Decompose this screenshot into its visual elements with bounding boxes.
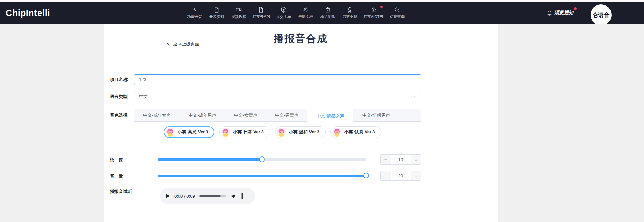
voice-option-daily[interactable]: 小英-日常 Ver.3 xyxy=(219,126,270,138)
app-screen: ChipIntelli 功能开发 开发资料 视频教程 启英云API 提交工单 xyxy=(0,0,644,222)
volume-slider[interactable] xyxy=(158,175,366,177)
voice-option-name: 小英-日常 Ver.3 xyxy=(233,129,263,135)
message-notification[interactable]: 消息通知 xyxy=(547,2,573,24)
nav-item-aiot-cloud[interactable]: 启英AIOT云 xyxy=(364,6,384,19)
girl-avatar-icon xyxy=(332,128,341,137)
voice-option-name: 小英-温和 Ver.3 xyxy=(289,129,319,135)
volume-slider-handle[interactable] xyxy=(363,173,369,178)
nav-item-dev-docs[interactable]: 开发资料 xyxy=(209,6,225,19)
tab-emotional-male[interactable]: 中文-情感男声 xyxy=(353,109,399,121)
preview-label: 播报音试听 xyxy=(110,189,147,195)
audio-player: 0:00 / 0:09 xyxy=(160,188,255,204)
nav-item-label: 启英云API xyxy=(253,14,270,19)
cube-icon xyxy=(280,6,287,13)
shopping-bag-icon xyxy=(324,6,331,13)
volume-value[interactable]: 20 xyxy=(391,171,411,180)
voice-tabs: 中文-成年女声 中文-成年男声 中文-女童声 中文-男童声 中文-情感女声 中文… xyxy=(134,109,421,147)
project-name-input[interactable] xyxy=(134,74,421,84)
nav-menu: 功能开发 开发资料 视频教程 启英云API 提交工单 帮助文档 xyxy=(187,2,405,24)
page-title: 播报音合成 xyxy=(104,32,498,46)
audio-progress-fill xyxy=(199,195,220,197)
girl-avatar-icon xyxy=(166,128,175,137)
brand-logo[interactable]: ChipIntelli xyxy=(6,8,50,18)
bell-icon xyxy=(547,10,552,16)
api-document-icon xyxy=(258,6,264,13)
voice-option-row: 小英-高兴 Ver.3 小英-日常 Ver.3 小英-温和 Ver.3 xyxy=(164,126,381,138)
speed-slider[interactable] xyxy=(158,158,366,161)
nav-item-help-docs[interactable]: 帮助文档 xyxy=(298,6,314,19)
voice-option-name: 小英-高兴 Ver.3 xyxy=(178,129,208,135)
chevron-down-icon xyxy=(413,94,418,99)
tab-adult-female[interactable]: 中文-成年女声 xyxy=(134,109,180,121)
notification-dot xyxy=(380,6,383,8)
volume-decrease-button[interactable]: − xyxy=(381,171,391,180)
girl-avatar-icon xyxy=(277,128,286,137)
volume-stepper: − 20 + xyxy=(380,171,421,181)
content-card: ↖ 返回上级页面 播报音合成 项目名称 语言类型 音色选择 语 速 音 量 播报… xyxy=(104,24,498,222)
tab-adult-male[interactable]: 中文-成年男声 xyxy=(180,109,225,121)
top-navbar: ChipIntelli 功能开发 开发资料 视频教程 启英云API 提交工单 xyxy=(0,2,644,24)
voice-tab-header: 中文-成年女声 中文-成年男声 中文-女童声 中文-男童声 中文-情感女声 中文… xyxy=(134,109,421,122)
language-select[interactable]: 中文 xyxy=(134,92,421,101)
voice-tab-panel: 小英-高兴 Ver.3 小英-日常 Ver.3 小英-温和 Ver.3 xyxy=(134,122,421,147)
play-icon[interactable] xyxy=(166,194,170,198)
tab-boy-voice[interactable]: 中文-男童声 xyxy=(266,109,307,121)
speed-slider-fill xyxy=(158,158,262,161)
nav-item-info-query[interactable]: 信息查询 xyxy=(389,6,405,19)
audio-progress-bar[interactable] xyxy=(199,195,226,197)
girl-avatar-icon xyxy=(221,128,230,137)
language-select-value: 中文 xyxy=(139,94,148,100)
speed-decrease-button[interactable]: − xyxy=(381,155,391,164)
chip-icon xyxy=(302,6,309,13)
activity-icon xyxy=(191,6,198,13)
tab-girl-voice[interactable]: 中文-女童声 xyxy=(225,109,266,121)
medal-icon xyxy=(346,6,353,13)
speed-value[interactable]: 10 xyxy=(391,155,411,164)
nav-item-submit-ticket[interactable]: 提交工单 xyxy=(276,6,292,19)
nav-item-label: 视频教程 xyxy=(231,14,246,19)
kebab-menu-icon[interactable] xyxy=(241,193,244,199)
nav-item-label: 启英小智 xyxy=(342,14,357,19)
nav-item-label: 功能开发 xyxy=(187,14,202,19)
nav-item-label: 启英AIOT云 xyxy=(364,14,384,19)
cloud-lightning-icon xyxy=(370,6,377,13)
audio-time: 0:00 / 0:09 xyxy=(174,194,195,199)
speed-slider-handle[interactable] xyxy=(259,156,265,162)
document-icon xyxy=(213,6,220,13)
volume-label: 音 量 xyxy=(110,173,147,179)
nav-item-label: 帮助文档 xyxy=(298,14,313,19)
nav-item-label: 提交工单 xyxy=(276,14,291,19)
speaker-icon[interactable] xyxy=(231,193,236,199)
speed-increase-button[interactable]: + xyxy=(411,155,421,164)
user-avatar[interactable]: 仑语音 xyxy=(591,4,612,25)
nav-item-sample-purchase[interactable]: 样品采购 xyxy=(320,6,336,19)
nav-item-label: 信息查询 xyxy=(390,14,405,19)
notification-label: 消息通知 xyxy=(554,10,573,16)
tab-emotional-female[interactable]: 中文-情感女声 xyxy=(307,109,353,122)
speed-stepper: − 10 + xyxy=(380,154,421,165)
nav-item-label: 开发资料 xyxy=(209,14,224,19)
video-camera-icon xyxy=(235,6,242,13)
volume-increase-button[interactable]: + xyxy=(411,171,421,180)
voice-option-serious[interactable]: 小英-认真 Ver.3 xyxy=(330,126,381,138)
search-icon xyxy=(394,6,400,13)
nav-item-label: 样品采购 xyxy=(320,14,335,19)
nav-item-function-dev[interactable]: 功能开发 xyxy=(187,6,203,19)
voice-option-gentle[interactable]: 小英-温和 Ver.3 xyxy=(275,126,326,138)
voice-option-name: 小英-认真 Ver.3 xyxy=(344,129,375,135)
voice-option-happy[interactable]: 小英-高兴 Ver.3 xyxy=(164,126,214,138)
nav-item-cloud-api[interactable]: 启英云API xyxy=(253,6,270,19)
volume-slider-fill xyxy=(158,175,366,177)
notification-dot xyxy=(574,7,577,10)
nav-item-xiaozhi[interactable]: 启英小智 xyxy=(342,6,358,19)
nav-item-video-tutorial[interactable]: 视频教程 xyxy=(231,6,247,19)
speed-label: 语 速 xyxy=(110,157,147,163)
